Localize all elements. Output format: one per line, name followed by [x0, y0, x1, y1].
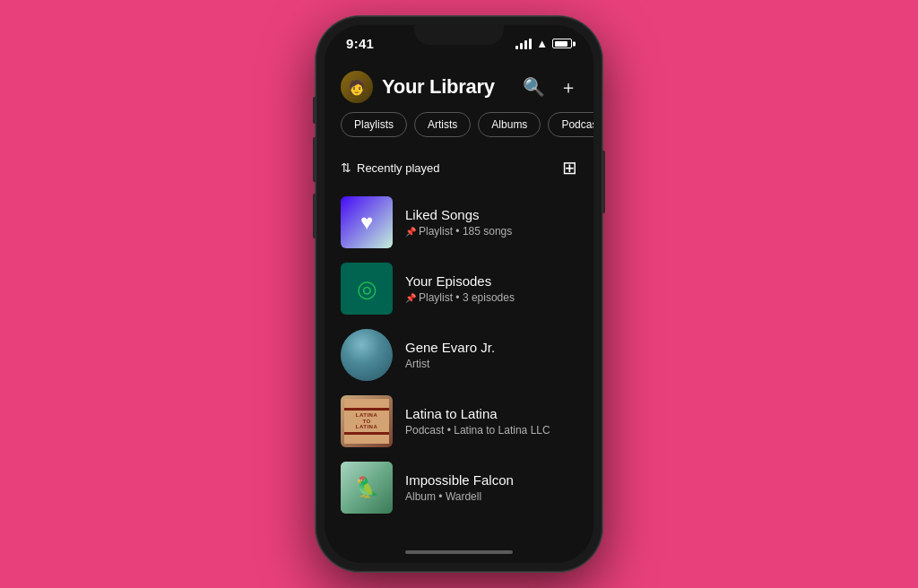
- list-item[interactable]: ♥ Liked Songs 📌 Playlist • 185 songs: [341, 189, 577, 255]
- avatar[interactable]: 🧑: [341, 71, 373, 103]
- impossible-falcon-art: 🦜: [341, 462, 393, 514]
- album-artwork: 🦜: [341, 462, 393, 514]
- sort-bar: ⇅ Recently played ⊞: [325, 150, 593, 189]
- add-icon[interactable]: ＋: [559, 75, 577, 99]
- notch: [414, 25, 504, 45]
- header-left: 🧑 Your Library: [341, 71, 495, 103]
- phone-screen: 9:41 ▲ 🧑 Your Library 🔍: [325, 25, 593, 563]
- item-title: Liked Songs: [405, 207, 577, 222]
- item-title: Latina to Latina: [405, 406, 577, 421]
- library-list: ♥ Liked Songs 📌 Playlist • 185 songs ◎: [325, 189, 593, 541]
- list-item[interactable]: 🦜 Impossible Falcon Album • Wardell: [341, 454, 577, 521]
- stripe: [344, 432, 389, 435]
- item-info: Impossible Falcon Album • Wardell: [405, 472, 577, 503]
- item-info: Liked Songs 📌 Playlist • 185 songs: [405, 207, 577, 238]
- pin-icon: 📌: [405, 227, 416, 237]
- app-content: 🧑 Your Library 🔍 ＋ Playlists Artists Alb…: [325, 58, 593, 541]
- item-subtitle: Artist: [405, 358, 577, 370]
- filter-bar: Playlists Artists Albums Podcasts & Show…: [325, 112, 593, 150]
- item-title: Your Episodes: [405, 273, 577, 289]
- phone-frame: 9:41 ▲ 🧑 Your Library 🔍: [316, 16, 602, 572]
- sort-icon: ⇅: [341, 160, 351, 175]
- pin-icon: 📌: [405, 293, 416, 303]
- home-bar: [405, 550, 513, 554]
- stripe: [344, 408, 389, 411]
- item-subtitle: Podcast • Latina to Latina LLC: [405, 424, 577, 437]
- list-item[interactable]: Gene Evaro Jr. Artist: [341, 322, 577, 388]
- filter-chip-albums[interactable]: Albums: [478, 112, 541, 137]
- status-time: 9:41: [346, 36, 374, 51]
- latina-artwork: LATINATOLATINA: [344, 399, 389, 444]
- gene-evaro-art: [341, 329, 393, 381]
- your-episodes-art: ◎: [341, 263, 393, 315]
- item-subtitle: Album • Wardell: [405, 490, 577, 503]
- phone-volume-up-button: [313, 137, 316, 182]
- filter-chip-playlists[interactable]: Playlists: [341, 112, 407, 137]
- item-subtitle: 📌 Playlist • 3 episodes: [405, 291, 577, 304]
- signal-icon: [515, 39, 532, 49]
- header-actions: 🔍 ＋: [523, 75, 577, 99]
- item-title: Impossible Falcon: [405, 472, 577, 488]
- sort-left[interactable]: ⇅ Recently played: [341, 160, 440, 175]
- page-title: Your Library: [382, 75, 495, 99]
- phone-power-button: [602, 151, 605, 213]
- filter-chip-artists[interactable]: Artists: [414, 112, 471, 137]
- phone-mute-button: [313, 97, 316, 124]
- home-indicator: [325, 541, 593, 563]
- phone-volume-down-button: [313, 194, 316, 238]
- list-item[interactable]: ◎ Your Episodes 📌 Playlist • 3 episodes: [341, 255, 577, 322]
- artist-image: [341, 329, 393, 381]
- filter-chip-podcasts[interactable]: Podcasts & Shows: [548, 112, 593, 137]
- wifi-icon: ▲: [536, 37, 548, 50]
- latina-art: LATINATOLATINA: [341, 395, 393, 447]
- item-info: Latina to Latina Podcast • Latina to Lat…: [405, 406, 577, 437]
- header: 🧑 Your Library 🔍 ＋: [325, 58, 593, 112]
- sort-label: Recently played: [357, 161, 440, 175]
- podcast-icon: ◎: [357, 275, 377, 303]
- item-title: Gene Evaro Jr.: [405, 340, 577, 355]
- bird-icon: 🦜: [355, 476, 379, 499]
- item-info: Gene Evaro Jr. Artist: [405, 340, 577, 370]
- liked-songs-art: ♥: [341, 196, 393, 248]
- list-item[interactable]: LATINATOLATINA Latina to Latina Podcast …: [341, 388, 577, 454]
- heart-icon: ♥: [360, 210, 373, 235]
- item-subtitle: 📌 Playlist • 185 songs: [405, 225, 577, 238]
- search-icon[interactable]: 🔍: [523, 76, 545, 98]
- battery-icon: [552, 39, 572, 48]
- status-icons: ▲: [515, 37, 572, 50]
- grid-view-icon[interactable]: ⊞: [562, 157, 577, 178]
- item-info: Your Episodes 📌 Playlist • 3 episodes: [405, 273, 577, 304]
- latina-text: LATINATOLATINA: [356, 412, 378, 430]
